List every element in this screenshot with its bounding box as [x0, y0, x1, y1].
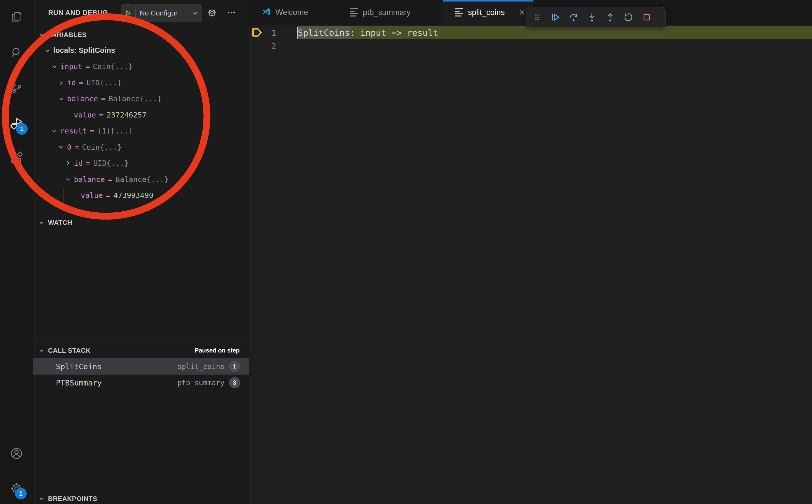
sidebar-header: RUN AND DEBUG No Configur [33, 0, 249, 25]
variable-name: 0 [67, 143, 71, 152]
variable-row-value[interactable]: value = 237246257 [33, 107, 249, 123]
search-icon [10, 46, 23, 60]
variable-row-locals[interactable]: locals: SplitCoins [33, 42, 249, 59]
frame-source: ptb_summary [177, 379, 224, 387]
run-and-debug-sidebar: RUN AND DEBUG No Configur [33, 0, 249, 504]
debug-settings-gear-icon[interactable] [204, 0, 220, 25]
start-debug-icon[interactable] [124, 9, 132, 17]
equals-sign: = [74, 143, 79, 152]
variable-type: Coin{...} [82, 143, 122, 152]
call-stack-section-header[interactable]: CALL STACK Paused on step [33, 343, 249, 358]
chevron-right-icon[interactable] [57, 79, 65, 86]
restart-button[interactable] [622, 10, 635, 24]
chevron-down-icon[interactable] [37, 347, 46, 354]
tab-ptb-summary[interactable]: ptb_summary [338, 0, 443, 25]
section-label: WATCH [48, 219, 72, 227]
variable-name: balance [67, 94, 98, 103]
variable-value: 473993490 [113, 191, 153, 200]
trace-file-icon [349, 8, 359, 16]
activity-explorer[interactable] [0, 3, 33, 31]
variable-type: Balance{...} [115, 175, 169, 184]
step-out-button[interactable] [604, 10, 617, 24]
variable-value: 237246257 [107, 111, 146, 119]
step-into-button[interactable] [585, 10, 599, 24]
scope-name: locals: SplitCoins [53, 46, 115, 55]
variable-row-input[interactable]: input = Coin{...} [33, 59, 249, 75]
frame-name: PTBSummary [56, 378, 102, 387]
variable-row-balance[interactable]: balance = Balance{...} [33, 91, 249, 107]
section-label: VARIABLES [48, 31, 87, 39]
activity-accounts[interactable] [0, 440, 33, 468]
close-icon[interactable] [518, 9, 526, 16]
line-number[interactable]: 2 [249, 39, 276, 53]
watch-section-header[interactable]: WATCH [33, 215, 249, 230]
editor-group: Welcome ptb_summary split_coins [249, 0, 812, 504]
frame-badge: 3 [229, 377, 240, 388]
tab-split-coins[interactable]: split_coins [443, 0, 534, 25]
variable-name: id [74, 159, 83, 167]
chevron-right-icon[interactable] [64, 160, 72, 166]
active-tab-indicator [443, 0, 534, 2]
call-stack-frame[interactable]: PTBSummary ptb_summary 3 [33, 375, 249, 391]
account-icon [10, 447, 23, 461]
variable-row-0[interactable]: 0 = Coin{...} [33, 139, 249, 155]
equals-sign: = [90, 127, 94, 135]
tab-label: Welcome [275, 8, 308, 17]
equals-sign: = [86, 159, 90, 167]
section-label: CALL STACK [48, 347, 91, 355]
debug-session-badge: 1 [16, 123, 28, 135]
code-line-1: SplitCoins: input => result [298, 26, 438, 39]
chevron-down-icon[interactable] [57, 144, 65, 150]
chevron-down-icon[interactable] [64, 176, 72, 183]
code-editor[interactable]: 1 2 SplitCoins: input => result [249, 25, 812, 504]
debug-config-dropdown[interactable]: No Configur [121, 4, 202, 22]
code-token-highlighted: SplitCoins [298, 28, 350, 38]
git-branch-icon [10, 81, 23, 96]
variable-name: id [67, 78, 76, 87]
config-divider [135, 7, 136, 19]
stop-button[interactable] [640, 10, 653, 24]
variable-row-id-2[interactable]: id = UID{...} [33, 155, 249, 172]
variable-name: input [60, 62, 82, 71]
activity-run-and-debug[interactable] [0, 110, 33, 138]
section-divider [33, 342, 249, 342]
call-stack-frame-selected[interactable]: SplitCoins split_coins 1 [33, 358, 249, 375]
variable-type: (1)[...] [97, 127, 133, 135]
variable-row-value-2[interactable]: value = 473993490 [33, 188, 249, 204]
equals-sign: = [108, 175, 112, 184]
chevron-down-icon[interactable] [191, 10, 198, 16]
more-actions-icon[interactable] [223, 0, 239, 25]
variable-name: balance [74, 175, 105, 184]
vscode-logo-icon [261, 7, 271, 18]
config-label[interactable]: No Configur [140, 9, 177, 17]
chevron-down-icon[interactable] [37, 220, 46, 226]
chevron-down-icon[interactable] [37, 32, 46, 38]
toolbar-drag-handle-icon[interactable] [531, 10, 544, 24]
step-over-button[interactable] [567, 10, 580, 24]
activity-source-control[interactable] [0, 74, 33, 103]
breakpoints-section-header[interactable]: BREAKPOINTS [33, 491, 249, 504]
continue-button[interactable] [549, 10, 562, 24]
variable-row-balance-2[interactable]: balance = Balance{...} [33, 171, 249, 188]
chevron-down-icon[interactable] [57, 95, 65, 102]
line-number[interactable]: 1 [249, 26, 276, 39]
equals-sign: = [99, 111, 103, 119]
settings-badge: 1 [15, 488, 27, 499]
chevron-down-icon[interactable] [50, 128, 59, 134]
chevron-down-icon[interactable] [50, 63, 59, 70]
activity-extensions[interactable] [0, 144, 33, 173]
tab-welcome[interactable]: Welcome [249, 0, 338, 25]
variable-row-result[interactable]: result = (1)[...] [33, 123, 249, 139]
chevron-down-icon[interactable] [37, 496, 46, 502]
chevron-down-icon[interactable] [43, 47, 52, 54]
section-divider [33, 214, 249, 214]
extensions-icon [10, 151, 23, 165]
activity-settings[interactable] [0, 475, 33, 503]
files-icon [10, 10, 23, 24]
activity-search[interactable] [0, 39, 33, 67]
frame-name: SplitCoins [56, 362, 102, 371]
variables-section-header[interactable]: VARIABLES [33, 27, 249, 43]
equals-sign: = [101, 94, 105, 103]
variable-name: value [81, 191, 103, 200]
variable-row-id[interactable]: id = UID{...} [33, 75, 249, 91]
